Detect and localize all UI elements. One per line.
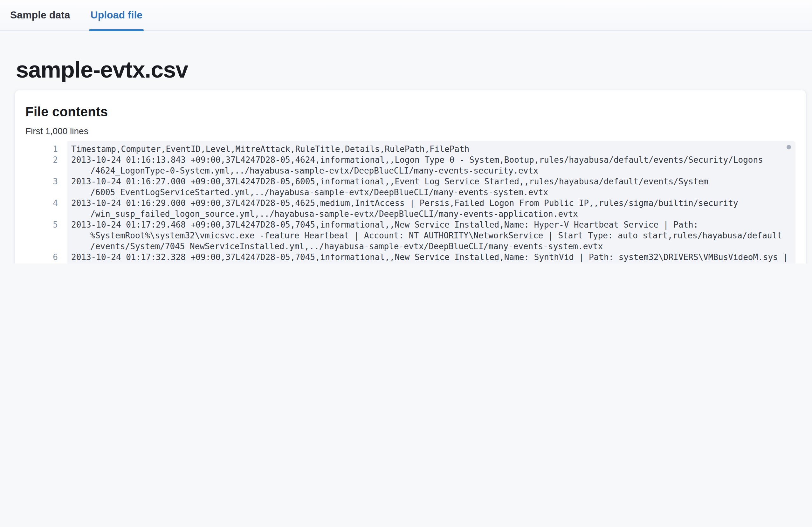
code-line-text: 2013-10-24 01:17:29.468 +09:00,37L4247D2… <box>68 219 796 230</box>
code-lines: 1Timestamp,Computer,EventID,Level,MitreA… <box>26 141 796 263</box>
active-tab-underline <box>89 29 144 31</box>
tab-sample-data[interactable]: Sample data <box>10 0 70 30</box>
code-line-text: 2013-10-24 01:16:29.000 +09:00,37L4247D2… <box>68 198 796 208</box>
tab-upload-file[interactable]: Upload file <box>91 0 143 30</box>
line-number: 4 <box>26 198 68 208</box>
file-contents-heading: File contents <box>26 103 796 121</box>
line-number: 3 <box>26 176 68 187</box>
code-line-text: /4624_LogonType-0-System.yml,../hayabusa… <box>68 165 796 176</box>
code-line-text: /win_susp_failed_logon_source.yml,../hay… <box>68 208 796 219</box>
line-number-spacer <box>26 165 68 176</box>
code-line-text: Timestamp,Computer,EventID,Level,MitreAt… <box>68 141 796 155</box>
code-line-row: 42013-10-24 01:16:29.000 +09:00,37L4247D… <box>26 198 796 208</box>
line-number: 5 <box>26 219 68 230</box>
code-line-row: 32013-10-24 01:16:27.000 +09:00,37L4247D… <box>26 176 796 187</box>
code-line-text: 2013-10-24 01:17:32.328 +09:00,37L4247D2… <box>68 252 796 263</box>
code-line-text: 2013-10-24 01:16:13.843 +09:00,37L4247D2… <box>68 155 796 165</box>
code-line-row: 1Timestamp,Computer,EventID,Level,MitreA… <box>26 141 796 155</box>
code-block[interactable]: 1Timestamp,Computer,EventID,Level,MitreA… <box>26 141 796 263</box>
tab-upload-file-label: Upload file <box>91 10 143 21</box>
code-line-text: 2013-10-24 01:16:27.000 +09:00,37L4247D2… <box>68 176 796 187</box>
code-line-text: /events/System/7045_NewServiceInstalled.… <box>68 241 796 252</box>
page-title: sample-evtx.csv <box>16 56 812 84</box>
code-line-row: Account: | Start Type: demand start,rule… <box>26 263 796 263</box>
line-number-spacer <box>26 263 68 263</box>
code-line-row: /6005_EventLogServiceStarted.yml,../haya… <box>26 187 796 198</box>
code-line-text: /6005_EventLogServiceStarted.yml,../haya… <box>68 187 796 198</box>
line-number-spacer <box>26 241 68 252</box>
line-number-spacer <box>26 208 68 219</box>
code-line-text: Account: | Start Type: demand start,rule… <box>68 263 796 263</box>
line-number: 1 <box>26 141 68 155</box>
line-number: 6 <box>26 252 68 263</box>
code-line-row: /4624_LogonType-0-System.yml,../hayabusa… <box>26 165 796 176</box>
code-line-row: /events/System/7045_NewServiceInstalled.… <box>26 241 796 252</box>
code-line-row: 22013-10-24 01:16:13.843 +09:00,37L4247D… <box>26 155 796 165</box>
tab-bar: Sample data Upload file <box>0 0 812 31</box>
code-line-row: /win_susp_failed_logon_source.yml,../hay… <box>26 208 796 219</box>
scrollbar-thumb-icon[interactable] <box>786 145 791 149</box>
page: Sample data Upload file sample-evtx.csv … <box>0 0 812 263</box>
code-line-text: %SystemRoot%\system32\vmicsvc.exe -featu… <box>68 230 796 241</box>
file-contents-panel: File contents First 1,000 lines 1Timesta… <box>15 90 806 263</box>
code-line-row: 62013-10-24 01:17:32.328 +09:00,37L4247D… <box>26 252 796 263</box>
file-contents-subtitle: First 1,000 lines <box>26 125 796 137</box>
tab-sample-data-label: Sample data <box>10 10 70 21</box>
code-line-row: 52013-10-24 01:17:29.468 +09:00,37L4247D… <box>26 219 796 230</box>
line-number-spacer <box>26 230 68 241</box>
line-number: 2 <box>26 155 68 165</box>
code-line-row: %SystemRoot%\system32\vmicsvc.exe -featu… <box>26 230 796 241</box>
line-number-spacer <box>26 187 68 198</box>
